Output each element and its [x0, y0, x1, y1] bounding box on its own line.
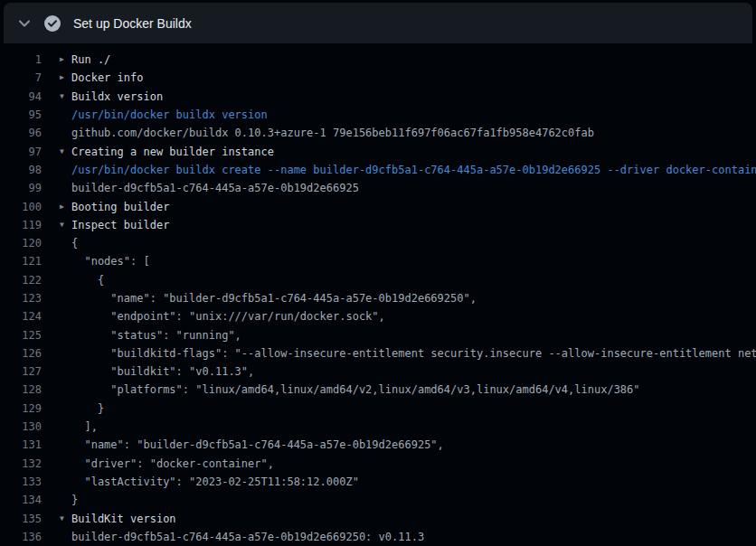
log-text: "name": "builder-d9cfb5a1-c764-445a-a57e… — [71, 292, 477, 305]
log-group-row[interactable]: 97 ▼ Creating a new builder instance — [0, 142, 756, 160]
line-number[interactable]: 127 — [0, 365, 42, 378]
log-row: 95 /usr/bin/docker buildx version — [0, 106, 756, 124]
log-text: } — [71, 494, 78, 506]
log-row: 121 "nodes": [ — [0, 252, 756, 270]
log-group-row[interactable]: 94 ▼ Buildx version — [0, 88, 756, 106]
line-number[interactable]: 97 — [0, 146, 42, 158]
log-group-row[interactable]: 7 ▶ Docker info — [0, 69, 756, 87]
line-number[interactable]: 120 — [0, 237, 42, 249]
log-text: Buildx version — [71, 90, 163, 103]
log-text: github.com/docker/buildx 0.10.3+azure-1 … — [71, 127, 594, 139]
log-text: Run ./ — [71, 53, 110, 66]
log-row: 128 "platforms": "linux/amd64,linux/amd6… — [0, 381, 756, 399]
log-text: Inspect builder — [71, 219, 169, 231]
log-text: BuildKit version — [71, 513, 176, 525]
actions-log-page: { "header": { "title": "Set up Docker Bu… — [0, 0, 756, 546]
log-group-row[interactable]: 119 ▼ Inspect builder — [0, 216, 756, 234]
log-text: "lastActivity": "2023-02-25T11:58:12.000… — [71, 475, 359, 488]
log-group-row[interactable]: 135 ▼ BuildKit version — [0, 509, 756, 527]
line-number[interactable]: 131 — [0, 438, 42, 451]
line-number[interactable]: 132 — [0, 457, 42, 470]
disclosure-triangle-icon: ▶ — [60, 74, 71, 81]
disclosure-triangle-icon: ▶ — [60, 56, 71, 63]
line-number[interactable]: 124 — [0, 310, 42, 323]
line-number[interactable]: 128 — [0, 383, 42, 396]
log-text: "platforms": "linux/amd64,linux/amd64/v2… — [71, 383, 640, 396]
line-number[interactable]: 119 — [0, 219, 42, 231]
line-number[interactable]: 1 — [0, 53, 42, 66]
step-title: Set up Docker Buildx — [73, 16, 192, 31]
log-text: } — [71, 402, 104, 415]
log-row: 96 github.com/docker/buildx 0.10.3+azure… — [0, 124, 756, 142]
log-row: 125 "status": "running", — [0, 325, 756, 344]
line-number[interactable]: 129 — [0, 402, 42, 415]
log-text: ], — [71, 420, 98, 433]
line-number[interactable]: 126 — [0, 347, 42, 360]
log-row: 124 "endpoint": "unix:///var/run/docker.… — [0, 307, 756, 325]
log-text: { — [71, 237, 78, 249]
disclosure-triangle-icon: ▼ — [60, 93, 71, 100]
log-text: builder-d9cfb5a1-c764-445a-a57e-0b19d2e6… — [71, 182, 359, 194]
log-text: { — [71, 274, 104, 287]
log-row: 133 "lastActivity": "2023-02-25T11:58:12… — [0, 473, 756, 491]
disclosure-triangle-icon: ▼ — [60, 515, 71, 522]
log-row: 129 } — [0, 400, 756, 418]
log-text: "status": "running", — [71, 329, 241, 342]
line-number[interactable]: 100 — [0, 201, 42, 213]
log-row: 131 "name": "builder-d9cfb5a1-c764-445a-… — [0, 436, 756, 454]
line-number[interactable]: 125 — [0, 329, 42, 342]
log-text: Creating a new builder instance — [71, 146, 274, 158]
disclosure-triangle-icon: ▼ — [60, 148, 71, 155]
log-text: Docker info — [71, 71, 143, 84]
log-text: Booting builder — [71, 201, 169, 213]
log-row: 122 { — [0, 271, 756, 289]
line-number[interactable]: 98 — [0, 164, 42, 176]
line-number[interactable]: 94 — [0, 90, 42, 103]
line-number[interactable]: 122 — [0, 274, 42, 287]
log-text: "name": "builder-d9cfb5a1-c764-445a-a57e… — [71, 438, 444, 451]
log-text: "buildkit": "v0.11.3", — [71, 365, 254, 378]
line-number[interactable]: 7 — [0, 71, 42, 84]
line-number[interactable]: 95 — [0, 108, 42, 121]
step-header[interactable]: Set up Docker Buildx — [4, 3, 752, 43]
log-lines: 1 ▶ Run ./ 7 ▶ Docker info 94 ▼ Buildx v… — [0, 43, 756, 546]
line-number[interactable]: 136 — [0, 531, 42, 543]
log-group-row[interactable]: 100 ▶ Booting builder — [0, 197, 756, 215]
line-number[interactable]: 134 — [0, 494, 42, 506]
log-text: /usr/bin/docker buildx create --name bui… — [71, 164, 756, 176]
log-row: 130 ], — [0, 418, 756, 436]
disclosure-triangle-icon: ▶ — [60, 203, 71, 211]
line-number[interactable]: 96 — [0, 127, 42, 139]
chevron-down-icon[interactable] — [18, 17, 31, 30]
line-number[interactable]: 123 — [0, 292, 42, 305]
check-circle-icon — [44, 15, 61, 32]
log-text: "driver": "docker-container", — [71, 457, 274, 470]
log-row: 134 } — [0, 491, 756, 509]
log-text: "nodes": [ — [71, 255, 150, 268]
log-row: 126 "buildkitd-flags": "--allow-insecure… — [0, 344, 756, 362]
log-text: "buildkitd-flags": "--allow-insecure-ent… — [71, 347, 756, 360]
line-number[interactable]: 99 — [0, 182, 42, 194]
log-row: 132 "driver": "docker-container", — [0, 455, 756, 473]
log-text: "endpoint": "unix:///var/run/docker.sock… — [71, 310, 385, 323]
log-row: 98 /usr/bin/docker buildx create --name … — [0, 161, 756, 179]
log-text: /usr/bin/docker buildx version — [71, 108, 268, 121]
log-row: 123 "name": "builder-d9cfb5a1-c764-445a-… — [0, 289, 756, 307]
log-row: 99 builder-d9cfb5a1-c764-445a-a57e-0b19d… — [0, 179, 756, 197]
disclosure-triangle-icon: ▼ — [60, 221, 71, 229]
line-number[interactable]: 133 — [0, 475, 42, 488]
log-row: 136 builder-d9cfb5a1-c764-445a-a57e-0b19… — [0, 528, 756, 546]
log-text: builder-d9cfb5a1-c764-445a-a57e-0b19d2e6… — [71, 531, 424, 543]
log-row: 120 { — [0, 234, 756, 252]
line-number[interactable]: 130 — [0, 420, 42, 433]
line-number[interactable]: 121 — [0, 255, 42, 268]
line-number[interactable]: 135 — [0, 513, 42, 525]
log-group-row[interactable]: 1 ▶ Run ./ — [0, 51, 756, 69]
log-row: 127 "buildkit": "v0.11.3", — [0, 362, 756, 381]
